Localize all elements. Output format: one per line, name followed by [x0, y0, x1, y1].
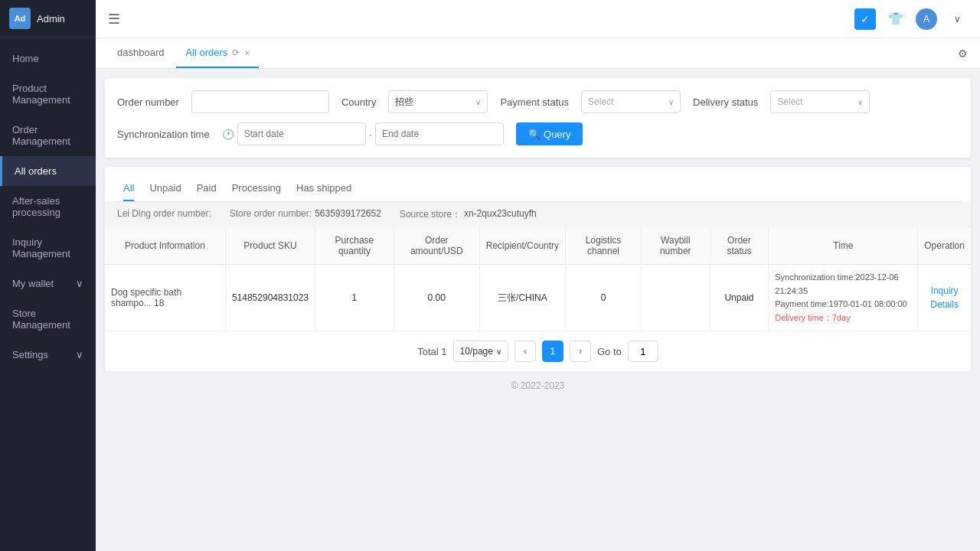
lei-ding-order-label: Lei Ding order number:	[117, 208, 211, 221]
payment-status-select[interactable]: Select ∨	[581, 90, 681, 113]
user-dropdown-icon[interactable]: ∨	[946, 8, 968, 30]
col-operation: Operation	[918, 227, 971, 265]
current-page-button[interactable]: 1	[542, 341, 564, 362]
prev-page-button[interactable]: ‹	[514, 341, 536, 362]
col-order-status: Order status	[710, 227, 769, 265]
country-select-arrow-icon: ∨	[475, 98, 481, 106]
order-number-input[interactable]	[191, 90, 329, 113]
tab-all-orders[interactable]: All orders ⟳ ×	[176, 38, 258, 68]
sidebar-item-store-management[interactable]: Store Management	[0, 298, 96, 340]
sidebar-item-all-orders[interactable]: All orders	[0, 156, 96, 186]
details-button[interactable]: Details	[930, 299, 959, 310]
hamburger-menu-icon[interactable]: ☰	[108, 11, 120, 28]
order-status-cell: Unpaid	[710, 265, 769, 331]
sidebar-title: Admin	[37, 13, 65, 24]
main-content: ☰ ✓ 👕 A ∨ dashboard All orders ⟳ × ⚙ Ord…	[96, 0, 980, 551]
page-size-select[interactable]: 10/page ∨	[453, 341, 508, 362]
filter-panel: Order number Country 招些 ∨ Payment status…	[105, 78, 971, 158]
tabs-list: dashboard All orders ⟳ ×	[108, 38, 259, 68]
order-number-label: Order number	[117, 96, 179, 108]
sidebar-item-order-management[interactable]: Order Management	[0, 115, 96, 156]
content-area: Order number Country 招些 ∨ Payment status…	[96, 69, 980, 551]
delivery-time-info: Delivery time：7day	[775, 311, 911, 325]
time-cell: Synchronization time:2023-12-06 21:24:35…	[769, 265, 918, 331]
product-info-cell: Dog specific bath shampo... 18	[105, 265, 225, 331]
footer-text: © 2022-2023	[511, 380, 565, 391]
delivery-status-select[interactable]: Select ∨	[770, 90, 870, 113]
recipient-country-cell: 三张/CHINA	[479, 265, 565, 331]
query-button[interactable]: 🔍 Query	[516, 122, 583, 145]
sidebar-item-inquiry[interactable]: Inquiry Management	[0, 227, 96, 269]
col-recipient-country: Recipient/Country	[479, 227, 565, 265]
operation-cell: Inquiry Details	[918, 265, 971, 331]
payment-status-arrow-icon: ∨	[668, 98, 674, 106]
tabs-bar: dashboard All orders ⟳ × ⚙	[96, 38, 980, 69]
orders-table-container: Lei Ding order number: Store order numbe…	[105, 202, 971, 371]
page-size-value: 10/page	[460, 346, 493, 357]
store-order-number: Store order number: 5635939172652	[230, 208, 381, 221]
topbar-left: ☰	[108, 11, 132, 28]
filter-row-1: Order number Country 招些 ∨ Payment status…	[117, 90, 959, 113]
delivery-status-label: Delivery status	[693, 96, 758, 108]
col-product-sku: Product SKU	[225, 227, 315, 265]
order-tab-processing[interactable]: Processing	[232, 176, 281, 201]
order-tab-has-shipped[interactable]: Has shipped	[296, 176, 351, 201]
operation-buttons: Inquiry Details	[924, 285, 965, 310]
filter-row-2: Synchronization time 🕐 - 🔍 Query	[117, 122, 959, 145]
page-size-arrow-icon: ∨	[496, 347, 501, 356]
col-order-amount: Order amount/USD	[394, 227, 479, 265]
topbar-right: ✓ 👕 A ∨	[854, 8, 968, 30]
query-button-label: Query	[544, 129, 570, 140]
table-header: Product Information Product SKU Purchase…	[105, 227, 971, 265]
order-tabs: All Unpaid Paid Processing Has shipped	[114, 167, 962, 202]
next-page-button[interactable]: ›	[570, 341, 591, 362]
country-select[interactable]: 招些 ∨	[388, 90, 488, 113]
col-purchase-qty: Purchase quantity	[315, 227, 394, 265]
settings-arrow-icon: ∨	[76, 349, 83, 360]
sidebar-item-home[interactable]: Home	[0, 44, 96, 73]
date-range-picker: 🕐 -	[222, 122, 504, 145]
topbar: ☰ ✓ 👕 A ∨	[96, 0, 980, 38]
delivery-status-placeholder: Select	[777, 96, 802, 107]
payment-status-placeholder: Select	[588, 96, 613, 107]
sidebar-item-my-wallet[interactable]: My wallet ∨	[0, 269, 96, 298]
sidebar-item-settings[interactable]: Settings ∨	[0, 340, 96, 370]
sync-time-label: Synchronization time	[117, 129, 210, 140]
user-avatar[interactable]: A	[916, 8, 937, 30]
sidebar-item-after-sales[interactable]: After-sales processing	[0, 186, 96, 227]
sidebar-item-product-management[interactable]: Product Management	[0, 73, 96, 115]
sidebar-header: Ad Admin	[0, 0, 96, 37]
waybill-number-cell	[641, 265, 710, 331]
notification-check-icon[interactable]: ✓	[854, 8, 876, 30]
col-waybill-number: Waybill number	[641, 227, 710, 265]
goto-page-input[interactable]	[628, 341, 658, 362]
status-badge: Unpaid	[724, 292, 753, 303]
payment-time-info: Payment time:1970-01-01 08:00:00	[775, 298, 911, 311]
order-tab-paid[interactable]: Paid	[197, 176, 217, 201]
tab-refresh-icon[interactable]: ⟳	[232, 47, 240, 58]
col-logistics-channel: Logistics channel	[566, 227, 642, 265]
product-sku-cell: 514852904831023	[225, 265, 315, 331]
order-amount-cell: 0.00	[394, 265, 479, 331]
tab-close-icon[interactable]: ×	[244, 48, 249, 57]
inquiry-button[interactable]: Inquiry	[931, 285, 959, 296]
end-date-input[interactable]	[375, 122, 504, 145]
shirt-icon[interactable]: 👕	[885, 8, 906, 30]
table-body: Dog specific bath shampo... 18 514852904…	[105, 265, 971, 331]
tab-dashboard[interactable]: dashboard	[108, 38, 173, 68]
col-product-info: Product Information	[105, 227, 225, 265]
table-settings-icon[interactable]: ⚙	[958, 47, 968, 60]
product-info-text: Dog specific bath shampo... 18	[111, 287, 219, 308]
tab-all-orders-label: All orders	[185, 47, 227, 58]
time-info: Synchronization time:2023-12-06 21:24:35…	[775, 271, 911, 324]
purchase-qty-cell: 1	[315, 265, 394, 331]
order-tab-all[interactable]: All	[123, 176, 134, 201]
footer: © 2022-2023	[96, 371, 980, 400]
pagination-total: Total 1	[417, 346, 446, 357]
order-tab-unpaid[interactable]: Unpaid	[149, 176, 181, 201]
sidebar-logo: Ad	[9, 8, 31, 29]
pagination: Total 1 10/page ∨ ‹ 1 › Go to	[105, 331, 971, 371]
sidebar: Ad Admin Home Product Management Order M…	[0, 0, 96, 551]
search-icon: 🔍	[528, 129, 541, 140]
start-date-input[interactable]	[237, 122, 366, 145]
